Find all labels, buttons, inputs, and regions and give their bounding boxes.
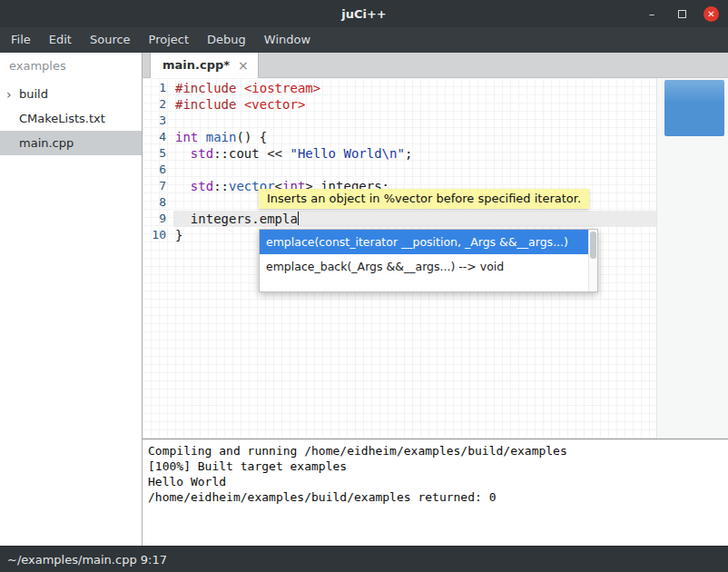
status-text: ~/examples/main.cpp 9:17 [7,553,167,567]
menu-item-file[interactable]: File [2,27,40,53]
line-number: 5 [143,145,173,162]
tab-label: main.cpp* [162,58,230,72]
completion-item[interactable]: emplace(const_iterator __position, _Args… [260,230,597,254]
tab-bar: main.cpp*× [143,53,728,78]
terminal-line: Compiling and running /home/eidheim/exam… [148,443,723,459]
sidebar-header: examples [0,53,142,82]
app-window: juCi++ – ✕ FileEditSourceProjectDebugWin… [0,0,728,572]
line-number: 9 [143,211,173,227]
line-number: 3 [143,113,173,129]
editor-line: 3 [143,113,728,129]
menu-item-window[interactable]: Window [255,27,320,53]
line-number: 1 [143,80,173,96]
completion-list: emplace(const_iterator __position, _Args… [260,230,597,279]
scrollbar-thumb[interactable] [664,80,724,136]
restore-icon [678,10,686,18]
completion-popup: emplace(const_iterator __position, _Args… [259,229,598,292]
window-controls: – ✕ [644,5,728,22]
terminal-line: /home/eidheim/examples/build/examples re… [148,489,723,505]
code-text: #include <vector> [173,96,728,113]
line-number: 8 [143,194,173,211]
editor-line: 1#include <iostream> [143,80,728,96]
code-text: #include <iostream> [173,80,728,96]
code-text [173,162,728,178]
editor-line: 2#include <vector> [143,96,728,113]
sidebar: examples ›buildCMakeLists.txtmain.cpp [0,53,143,546]
file-tree-item-build[interactable]: ›build [0,82,142,106]
main-area: examples ›buildCMakeLists.txtmain.cpp ma… [0,53,728,546]
title-bar: juCi++ – ✕ [0,0,728,27]
file-tree-item-cmakelists-txt[interactable]: CMakeLists.txt [0,106,142,131]
menu-item-edit[interactable]: Edit [40,27,81,53]
menu-bar: FileEditSourceProjectDebugWindow [0,27,728,53]
menu-item-project[interactable]: Project [140,27,198,53]
terminal-line: [100%] Built target examples [148,459,723,474]
line-number: 2 [143,96,173,113]
completion-item[interactable]: emplace_back(_Args &&__args...) --> void [260,254,597,279]
restore-button[interactable] [674,5,690,22]
content-column: main.cpp*× 1#include <iostream>2#include… [143,53,728,546]
tab-close-icon[interactable]: × [238,58,249,73]
status-bar: ~/examples/main.cpp 9:17 [0,546,728,572]
editor-line: 4int main() { [143,129,728,145]
file-name: build [19,87,48,101]
completion-scrollbar[interactable] [588,230,597,291]
minimize-button[interactable]: – [644,5,660,22]
editor[interactable]: 1#include <iostream>2#include <vector>34… [143,78,728,439]
doc-tooltip: Inserts an object in %vector before spec… [259,189,589,209]
tab-main-cpp[interactable]: main.cpp*× [150,53,259,77]
line-number: 7 [143,178,173,194]
completion-scrollbar-thumb[interactable] [590,232,596,259]
terminal-line: Hello World [148,474,723,489]
file-name: main.cpp [19,136,74,150]
line-number: 6 [143,162,173,178]
chevron-right-icon: › [6,86,12,101]
editor-line: 5 std::cout << "Hello World\n"; [143,145,728,162]
editor-lines: 1#include <iostream>2#include <vector>34… [143,80,728,243]
file-tree: ›buildCMakeLists.txtmain.cpp [0,82,142,155]
menu-item-source[interactable]: Source [81,27,140,53]
code-text: std::cout << "Hello World\n"; [173,145,728,162]
terminal-panel: Compiling and running /home/eidheim/exam… [143,439,728,546]
text-cursor [298,212,299,225]
close-button[interactable]: ✕ [703,6,719,22]
file-name: CMakeLists.txt [19,112,105,125]
line-number: 4 [143,129,173,145]
file-tree-item-main-cpp[interactable]: main.cpp [0,131,142,155]
code-text [173,113,728,129]
code-text: integers.empla [173,211,728,227]
editor-line: 6 [143,162,728,178]
line-number: 10 [143,227,173,243]
editor-line: 9 integers.empla [143,211,728,227]
window-title: juCi++ [0,7,728,21]
code-text: int main() { [173,129,728,145]
menu-item-debug[interactable]: Debug [198,27,255,53]
